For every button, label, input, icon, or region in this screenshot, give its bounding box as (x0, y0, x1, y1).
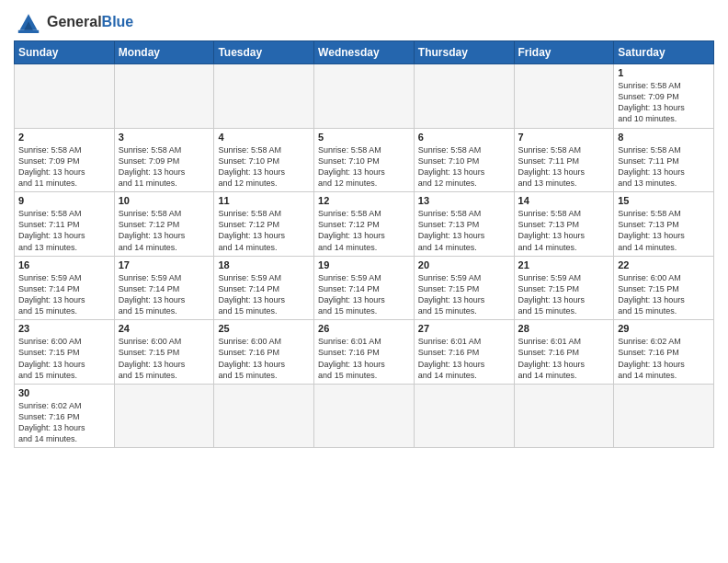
week-row-3: 9Sunrise: 5:58 AM Sunset: 7:11 PM Daylig… (15, 192, 714, 257)
day-info: Sunrise: 5:58 AM Sunset: 7:13 PM Dayligh… (518, 208, 610, 253)
day-info: Sunrise: 6:01 AM Sunset: 7:16 PM Dayligh… (318, 336, 410, 381)
day-number: 8 (618, 132, 710, 143)
day-number: 17 (119, 259, 210, 270)
weekday-header-thursday: Thursday (414, 41, 514, 64)
weekday-header-tuesday: Tuesday (214, 41, 314, 64)
day-number: 9 (18, 195, 110, 206)
calendar-cell: 6Sunrise: 5:58 AM Sunset: 7:10 PM Daylig… (414, 128, 514, 192)
logo: GeneralBlue (14, 9, 133, 35)
day-number: 23 (18, 323, 110, 334)
day-info: Sunrise: 5:59 AM Sunset: 7:15 PM Dayligh… (418, 272, 510, 317)
day-info: Sunrise: 5:58 AM Sunset: 7:13 PM Dayligh… (418, 208, 510, 253)
calendar-cell: 3Sunrise: 5:58 AM Sunset: 7:09 PM Daylig… (114, 128, 214, 192)
logo-icon (14, 9, 43, 35)
weekday-header-friday: Friday (514, 41, 614, 64)
day-number: 13 (418, 195, 510, 206)
day-info: Sunrise: 5:59 AM Sunset: 7:15 PM Dayligh… (518, 272, 610, 317)
day-info: Sunrise: 6:01 AM Sunset: 7:16 PM Dayligh… (518, 336, 610, 381)
day-info: Sunrise: 5:58 AM Sunset: 7:10 PM Dayligh… (318, 144, 410, 190)
calendar-cell: 2Sunrise: 5:58 AM Sunset: 7:09 PM Daylig… (15, 128, 115, 192)
weekday-header-saturday: Saturday (614, 41, 714, 64)
calendar-table: SundayMondayTuesdayWednesdayThursdayFrid… (14, 40, 714, 448)
day-number: 10 (119, 195, 210, 206)
day-number: 24 (119, 323, 210, 334)
calendar-cell: 15Sunrise: 5:58 AM Sunset: 7:13 PM Dayli… (614, 192, 714, 257)
day-number: 30 (18, 387, 110, 398)
day-info: Sunrise: 6:02 AM Sunset: 7:16 PM Dayligh… (618, 336, 710, 381)
calendar-cell: 21Sunrise: 5:59 AM Sunset: 7:15 PM Dayli… (514, 256, 614, 320)
day-info: Sunrise: 5:58 AM Sunset: 7:09 PM Dayligh… (618, 80, 710, 125)
calendar-cell (414, 64, 514, 129)
day-number: 18 (218, 259, 310, 270)
day-number: 7 (518, 132, 610, 143)
day-info: Sunrise: 5:58 AM Sunset: 7:09 PM Dayligh… (18, 144, 110, 190)
calendar-cell: 22Sunrise: 6:00 AM Sunset: 7:15 PM Dayli… (614, 256, 714, 320)
calendar-cell: 25Sunrise: 6:00 AM Sunset: 7:16 PM Dayli… (214, 320, 314, 385)
calendar-cell: 26Sunrise: 6:01 AM Sunset: 7:16 PM Dayli… (314, 320, 415, 385)
day-info: Sunrise: 5:58 AM Sunset: 7:12 PM Dayligh… (218, 208, 310, 253)
day-number: 11 (218, 195, 310, 206)
day-info: Sunrise: 6:00 AM Sunset: 7:16 PM Dayligh… (218, 336, 310, 381)
day-info: Sunrise: 5:59 AM Sunset: 7:14 PM Dayligh… (318, 272, 410, 317)
week-row-2: 2Sunrise: 5:58 AM Sunset: 7:09 PM Daylig… (15, 128, 714, 192)
week-row-1: 1Sunrise: 5:58 AM Sunset: 7:09 PM Daylig… (15, 64, 714, 129)
calendar-cell (15, 64, 115, 129)
calendar-cell: 13Sunrise: 5:58 AM Sunset: 7:13 PM Dayli… (414, 192, 514, 257)
day-number: 26 (318, 323, 410, 334)
day-number: 16 (18, 259, 110, 270)
day-info: Sunrise: 5:58 AM Sunset: 7:12 PM Dayligh… (119, 208, 210, 253)
calendar-cell: 7Sunrise: 5:58 AM Sunset: 7:11 PM Daylig… (514, 128, 614, 192)
day-number: 25 (218, 323, 310, 334)
day-info: Sunrise: 6:00 AM Sunset: 7:15 PM Dayligh… (119, 336, 210, 381)
calendar-cell: 16Sunrise: 5:59 AM Sunset: 7:14 PM Dayli… (15, 256, 115, 320)
day-number: 20 (418, 259, 510, 270)
week-row-4: 16Sunrise: 5:59 AM Sunset: 7:14 PM Dayli… (15, 256, 714, 320)
calendar-cell (514, 384, 614, 448)
calendar-cell: 5Sunrise: 5:58 AM Sunset: 7:10 PM Daylig… (314, 128, 415, 192)
calendar-cell (114, 64, 214, 129)
calendar-cell: 4Sunrise: 5:58 AM Sunset: 7:10 PM Daylig… (214, 128, 314, 192)
day-number: 2 (18, 132, 110, 143)
day-info: Sunrise: 5:59 AM Sunset: 7:14 PM Dayligh… (18, 272, 110, 317)
week-row-5: 23Sunrise: 6:00 AM Sunset: 7:15 PM Dayli… (15, 320, 714, 385)
calendar-cell: 18Sunrise: 5:59 AM Sunset: 7:14 PM Dayli… (214, 256, 314, 320)
day-number: 28 (518, 323, 610, 334)
day-info: Sunrise: 6:01 AM Sunset: 7:16 PM Dayligh… (418, 336, 510, 381)
calendar-cell: 17Sunrise: 5:59 AM Sunset: 7:14 PM Dayli… (114, 256, 214, 320)
calendar-cell: 28Sunrise: 6:01 AM Sunset: 7:16 PM Dayli… (514, 320, 614, 385)
day-info: Sunrise: 5:58 AM Sunset: 7:09 PM Dayligh… (119, 144, 210, 190)
calendar-cell: 10Sunrise: 5:58 AM Sunset: 7:12 PM Dayli… (114, 192, 214, 257)
weekday-header-wednesday: Wednesday (314, 41, 415, 64)
calendar-cell (614, 384, 714, 448)
day-number: 5 (318, 132, 410, 143)
calendar-cell: 23Sunrise: 6:00 AM Sunset: 7:15 PM Dayli… (15, 320, 115, 385)
calendar-cell: 20Sunrise: 5:59 AM Sunset: 7:15 PM Dayli… (414, 256, 514, 320)
calendar-cell: 27Sunrise: 6:01 AM Sunset: 7:16 PM Dayli… (414, 320, 514, 385)
day-number: 12 (318, 195, 410, 206)
week-row-6: 30Sunrise: 6:02 AM Sunset: 7:16 PM Dayli… (15, 384, 714, 448)
calendar-cell (214, 64, 314, 129)
calendar-cell: 12Sunrise: 5:58 AM Sunset: 7:12 PM Dayli… (314, 192, 415, 257)
day-info: Sunrise: 6:02 AM Sunset: 7:16 PM Dayligh… (18, 400, 110, 445)
day-info: Sunrise: 5:58 AM Sunset: 7:10 PM Dayligh… (218, 144, 310, 190)
calendar-cell: 19Sunrise: 5:59 AM Sunset: 7:14 PM Dayli… (314, 256, 415, 320)
page-header: GeneralBlue (14, 9, 714, 35)
day-info: Sunrise: 5:58 AM Sunset: 7:13 PM Dayligh… (618, 208, 710, 253)
day-info: Sunrise: 6:00 AM Sunset: 7:15 PM Dayligh… (618, 272, 710, 317)
day-number: 3 (119, 132, 210, 143)
calendar-cell (114, 384, 214, 448)
calendar-cell: 24Sunrise: 6:00 AM Sunset: 7:15 PM Dayli… (114, 320, 214, 385)
day-info: Sunrise: 5:58 AM Sunset: 7:11 PM Dayligh… (18, 208, 110, 253)
weekday-header-monday: Monday (114, 41, 214, 64)
weekday-header-sunday: Sunday (15, 41, 115, 64)
day-number: 4 (218, 132, 310, 143)
calendar-cell: 30Sunrise: 6:02 AM Sunset: 7:16 PM Dayli… (15, 384, 115, 448)
calendar-cell: 1Sunrise: 5:58 AM Sunset: 7:09 PM Daylig… (614, 64, 714, 129)
day-info: Sunrise: 5:58 AM Sunset: 7:10 PM Dayligh… (418, 144, 510, 190)
day-number: 21 (518, 259, 610, 270)
calendar-cell: 29Sunrise: 6:02 AM Sunset: 7:16 PM Dayli… (614, 320, 714, 385)
day-number: 29 (618, 323, 710, 334)
calendar-cell (214, 384, 314, 448)
calendar-cell: 11Sunrise: 5:58 AM Sunset: 7:12 PM Dayli… (214, 192, 314, 257)
day-number: 14 (518, 195, 610, 206)
